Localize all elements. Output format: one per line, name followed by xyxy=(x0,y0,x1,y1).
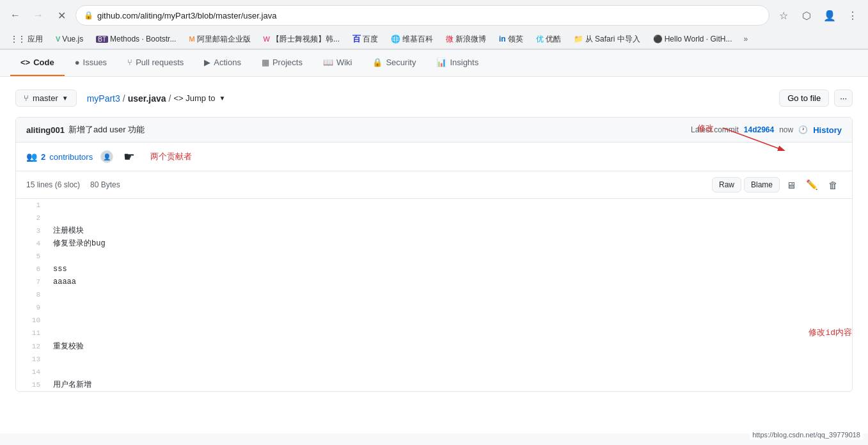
bookmark-github[interactable]: ⚫ Hello World · GitH... xyxy=(649,33,736,45)
commit-message: 新增了add user 功能 xyxy=(68,124,145,136)
wiki-nav-icon: 📖 xyxy=(323,58,333,67)
bookmark-youku[interactable]: 优 优酷 xyxy=(532,33,565,46)
browser-chrome: ← → ✕ 🔒 github.com/aliting/myPart3/blob/… xyxy=(0,0,868,50)
line-num-5: 5 xyxy=(16,250,48,263)
breadcrumb-path: myPart3 / user.java / <> Jump to ▼ xyxy=(87,93,226,104)
nav-projects[interactable]: ▦ Projects xyxy=(251,50,313,76)
address-bar[interactable]: 🔒 github.com/aliting/myPart3/blob/master… xyxy=(75,5,769,26)
back-button[interactable]: ← xyxy=(6,6,24,24)
line-num-3: 3 xyxy=(16,224,48,237)
breadcrumb-bar: ⑂ master ▼ myPart3 / user.java / <> Jump… xyxy=(15,90,853,107)
safari-icon: 📁 xyxy=(574,35,583,43)
line-num-14: 14 xyxy=(16,366,48,379)
jump-to-button[interactable]: <> Jump to ▼ xyxy=(173,93,225,103)
bookmark-bootstrap[interactable]: BT Methods · Bootstr... xyxy=(92,33,180,45)
code-line-6: 6 sss xyxy=(16,263,852,276)
nav-code[interactable]: <> Code xyxy=(10,50,65,76)
weibo-icon: 微 xyxy=(446,34,454,45)
nav-actions-label: Actions xyxy=(214,58,241,67)
line-content-12: 重复校验 xyxy=(48,340,852,353)
nav-pull-requests[interactable]: ⑂ Pull requests xyxy=(117,50,194,76)
commit-hash[interactable]: 14d2964 xyxy=(744,125,774,134)
bookmarks-more[interactable]: » xyxy=(744,35,748,43)
nav-code-label: Code xyxy=(33,58,54,67)
blame-button[interactable]: Blame xyxy=(744,177,780,192)
nav-security[interactable]: 🔒 Security xyxy=(362,50,426,76)
code-line-4: 4 修复登录的bug xyxy=(16,237,852,250)
bookmark-dance[interactable]: W 【爵士舞视频】韩... xyxy=(260,33,343,46)
bookmark-wikipedia[interactable]: 🌐 维基百科 xyxy=(387,33,437,46)
edit-button[interactable]: ✏️ xyxy=(802,176,822,193)
bookmark-vuejs[interactable]: V Vue.js xyxy=(52,33,87,45)
code-line-15: 15 用户名新增 xyxy=(16,379,852,391)
insights-nav-icon: 📊 xyxy=(436,58,446,67)
raw-button[interactable]: Raw xyxy=(712,177,741,192)
line-num-13: 13 xyxy=(16,353,48,366)
lock-icon: 🔒 xyxy=(84,11,93,20)
bookmark-safari-import[interactable]: 📁 从 Safari 中导入 xyxy=(570,33,644,46)
latest-commit-info: Latest commit 14d2964 now 🕐 History xyxy=(691,125,842,135)
code-line-11: 11 修改id内容 xyxy=(16,327,852,340)
bookmark-weibo[interactable]: 微 新浪微博 xyxy=(442,33,490,46)
dance-icon: W xyxy=(264,35,270,43)
bookmark-alibaba-mail[interactable]: M 阿里邮箱企业版 xyxy=(185,33,254,46)
reload-button[interactable]: ✕ xyxy=(52,6,70,24)
commit-info: aliting001 新增了add user 功能 xyxy=(26,124,145,136)
line-num-11: 11 xyxy=(16,327,48,340)
nav-actions[interactable]: ▶ Actions xyxy=(194,50,251,76)
profile-button[interactable]: 👤 xyxy=(821,6,839,24)
line-num-7: 7 xyxy=(16,276,48,288)
browser-toolbar: ← → ✕ 🔒 github.com/aliting/myPart3/blob/… xyxy=(0,0,868,31)
code-line-7: 7 aaaaa xyxy=(16,276,852,288)
file-meta: aliting001 新增了add user 功能 Latest commit … xyxy=(16,118,852,143)
bookmark-linkedin[interactable]: in 领英 xyxy=(495,33,527,46)
line-content-5 xyxy=(48,250,852,263)
avatar-icon-1: 👤 xyxy=(103,153,111,160)
desktop-view-button[interactable]: 🖥 xyxy=(782,177,800,193)
code-line-2: 2 xyxy=(16,212,852,224)
star-button[interactable]: ☆ xyxy=(775,6,793,24)
code-line-5: 5 xyxy=(16,250,852,263)
delete-button[interactable]: 🗑 xyxy=(825,177,842,193)
latest-commit-label: Latest commit xyxy=(691,125,739,134)
line-num-4: 4 xyxy=(16,237,48,250)
forward-button[interactable]: → xyxy=(29,6,47,24)
line-num-8: 8 xyxy=(16,288,48,301)
projects-nav-icon: ▦ xyxy=(262,58,269,67)
branch-dropdown-icon: ▼ xyxy=(62,95,68,102)
nav-wiki[interactable]: 📖 Wiki xyxy=(313,50,363,76)
line-content-14 xyxy=(48,366,852,379)
go-to-file-button[interactable]: Go to file xyxy=(779,90,829,107)
contributors-icon: 👥 xyxy=(26,152,37,162)
bookmark-baidu[interactable]: 百 百度 xyxy=(349,32,382,46)
line-num-10: 10 xyxy=(16,314,48,327)
contributors-link[interactable]: 👥 2 contributors xyxy=(26,152,93,162)
extension-button[interactable]: ⬡ xyxy=(798,6,816,24)
github-page: <> Code ● Issues ⑂ Pull requests ▶ Actio… xyxy=(0,50,868,433)
more-options-button[interactable]: ··· xyxy=(834,90,853,107)
repo-link[interactable]: myPart3 xyxy=(87,93,120,104)
bottom-url: https://blog.csdn.net/qq_39779018 xyxy=(750,430,863,433)
line-num-1: 1 xyxy=(16,199,48,212)
contributors-label: contributors xyxy=(49,152,93,162)
nav-pr-label: Pull requests xyxy=(136,58,184,67)
file-link[interactable]: user.java xyxy=(128,93,166,104)
nav-projects-label: Projects xyxy=(272,58,303,67)
nav-issues[interactable]: ● Issues xyxy=(65,50,117,76)
nav-insights[interactable]: 📊 Insights xyxy=(426,50,489,76)
file-info-box: aliting001 新增了add user 功能 Latest commit … xyxy=(15,117,853,392)
line-num-2: 2 xyxy=(16,212,48,224)
nav-wiki-label: Wiki xyxy=(336,58,352,67)
contributors-bar: 👥 2 contributors 👤 ☛ 两个贡献者 xyxy=(16,143,852,171)
line-content-9 xyxy=(48,301,852,314)
line-content-4: 修复登录的bug xyxy=(48,237,852,250)
apps-icon: ⋮⋮ xyxy=(10,35,26,43)
bookmark-apps[interactable]: ⋮⋮ 应用 xyxy=(6,33,47,46)
bytes-stat: 80 Bytes xyxy=(90,180,120,189)
pr-nav-icon: ⑂ xyxy=(127,58,132,67)
commit-author: aliting001 xyxy=(26,125,65,135)
history-button[interactable]: History xyxy=(813,125,842,135)
trash-icon: 🗑 xyxy=(828,180,838,191)
branch-selector[interactable]: ⑂ master ▼ xyxy=(15,90,77,107)
menu-button[interactable]: ⋮ xyxy=(844,6,862,24)
